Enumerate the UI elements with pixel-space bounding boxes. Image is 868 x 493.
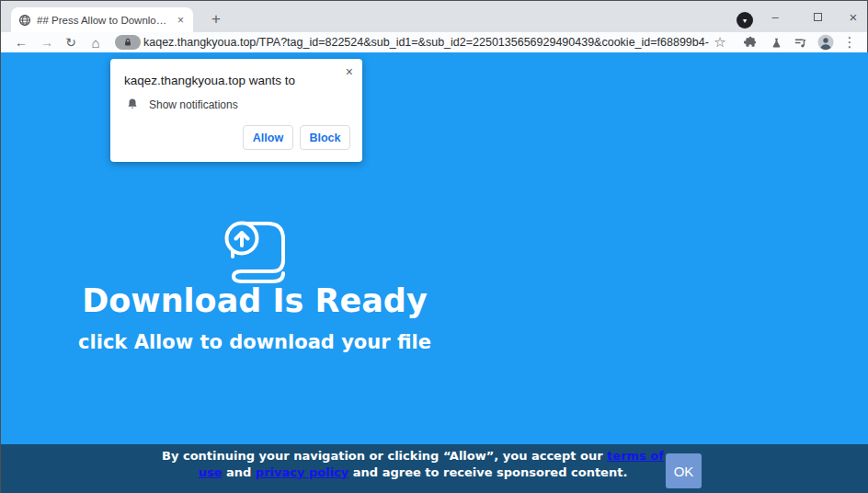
consent-footer: By continuing your navigation or clickin… <box>1 444 868 493</box>
playlist-extension-icon[interactable] <box>791 32 809 52</box>
dialog-origin-text: kaqez.thangkyoua.top wants to <box>124 74 295 87</box>
page-subtitle: click Allow to download your file <box>1 331 508 353</box>
book-upload-icon <box>220 218 304 292</box>
window-minimize-button[interactable]: – <box>763 5 787 29</box>
tab-title: ## Press Allow to Download ## <box>37 15 170 26</box>
browser-toolbar: ← → ↻ ⌂ kaqez.thangkyoua.top/TPA?tag_id=… <box>1 32 867 52</box>
profile-avatar[interactable] <box>817 34 834 54</box>
browser-menu-dots-icon[interactable]: ⋮ <box>840 32 859 52</box>
dialog-close-icon[interactable]: × <box>346 64 353 79</box>
browser-window: ## Press Allow to Download ## × + ▾ – × … <box>0 0 868 493</box>
block-button[interactable]: Block <box>300 125 350 150</box>
site-security-badge[interactable] <box>115 35 141 50</box>
globe-favicon-icon <box>18 14 31 27</box>
bell-icon <box>126 97 139 110</box>
dialog-permission-text: Show notifications <box>149 98 238 111</box>
consent-part3: and agree to receive sponsored content. <box>348 465 627 479</box>
back-icon[interactable]: ← <box>12 32 30 52</box>
address-bar-url[interactable]: kaqez.thangkyoua.top/TPA?tag_id=822524&s… <box>143 36 709 49</box>
home-icon[interactable]: ⌂ <box>86 32 105 52</box>
allow-button[interactable]: Allow <box>243 125 293 150</box>
titlebar: ## Press Allow to Download ## × + ▾ – × <box>1 1 867 32</box>
window-close-button[interactable]: × <box>841 5 865 29</box>
extensions-puzzle-icon[interactable] <box>741 32 760 52</box>
lock-icon <box>123 38 132 47</box>
tab-close-icon[interactable]: × <box>176 14 186 27</box>
ok-button[interactable]: OK <box>666 453 702 488</box>
bookmark-star-icon[interactable]: ☆ <box>711 32 729 52</box>
browser-tab[interactable]: ## Press Allow to Download ## × <box>11 7 193 32</box>
consent-part1: By continuing your navigation or clickin… <box>162 449 607 463</box>
privacy-policy-link[interactable]: privacy policy <box>256 465 348 479</box>
notification-permission-dialog: × kaqez.thangkyoua.top wants to Show not… <box>110 59 362 162</box>
flask-extension-icon[interactable] <box>767 32 785 52</box>
new-tab-button[interactable]: + <box>205 8 227 30</box>
reload-icon[interactable]: ↻ <box>62 32 80 52</box>
consent-text: By continuing your navigation or clickin… <box>157 448 668 480</box>
maximize-icon <box>814 13 822 21</box>
consent-part2: and <box>222 465 255 479</box>
caret-down-circle-icon[interactable]: ▾ <box>737 12 753 29</box>
window-maximize-button[interactable] <box>805 5 829 29</box>
forward-icon[interactable]: → <box>38 32 56 52</box>
page-title: Download Is Ready <box>1 282 508 319</box>
